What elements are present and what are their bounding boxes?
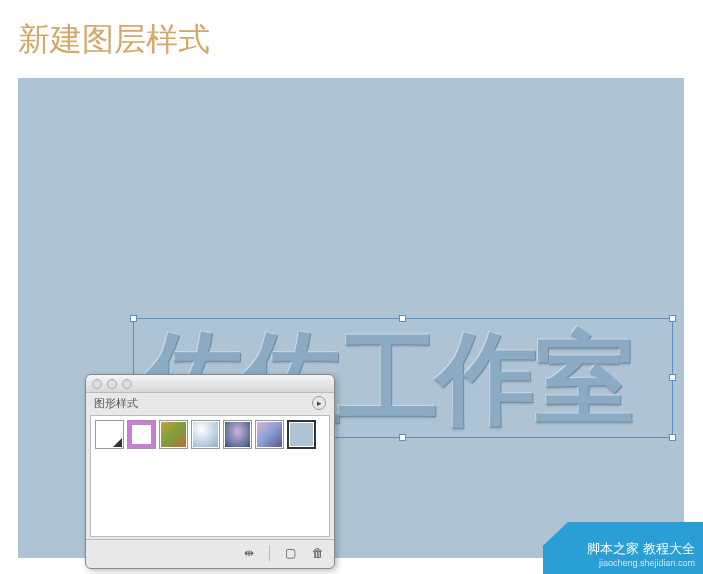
resize-handle-bm[interactable] — [399, 434, 406, 441]
style-swatch-glass[interactable] — [191, 420, 220, 449]
resize-handle-tr[interactable] — [669, 315, 676, 322]
corner-watermark: 脚本之家 教程大全 jiaocheng.shejidian.com — [513, 522, 703, 574]
panel-titlebar[interactable] — [86, 375, 334, 393]
watermark-sub-text: jiaocheng.shejidian.com — [587, 558, 695, 568]
new-style-icon[interactable]: ▢ — [282, 545, 298, 561]
panel-tab-label[interactable]: 图形样式 — [94, 396, 138, 411]
style-swatch-purple-outline[interactable] — [127, 420, 156, 449]
close-dot-icon[interactable] — [92, 379, 102, 389]
style-swatch-nebula[interactable] — [223, 420, 252, 449]
style-swatch-mosaic[interactable] — [159, 420, 188, 449]
zoom-dot-icon[interactable] — [122, 379, 132, 389]
delete-style-icon[interactable]: 🗑 — [310, 545, 326, 561]
resize-handle-mr[interactable] — [669, 374, 676, 381]
style-swatch-default[interactable] — [95, 420, 124, 449]
style-swatch-flat-blue[interactable] — [287, 420, 316, 449]
graphic-styles-panel[interactable]: 图形样式 ▸ ⇹ ▢ 🗑 — [85, 374, 335, 569]
watermark-main-text: 脚本之家 教程大全 — [587, 540, 695, 558]
resize-handle-tm[interactable] — [399, 315, 406, 322]
style-swatch-grid — [90, 415, 330, 537]
minimize-dot-icon[interactable] — [107, 379, 117, 389]
panel-menu-icon[interactable]: ▸ — [312, 396, 326, 410]
separator — [269, 545, 270, 561]
page-title: 新建图层样式 — [0, 0, 703, 62]
panel-footer: ⇹ ▢ 🗑 — [86, 539, 334, 565]
break-link-icon[interactable]: ⇹ — [241, 545, 257, 561]
resize-handle-br[interactable] — [669, 434, 676, 441]
panel-tab-bar: 图形样式 ▸ — [86, 393, 334, 413]
style-swatch-soft-gradient[interactable] — [255, 420, 284, 449]
resize-handle-tl[interactable] — [130, 315, 137, 322]
